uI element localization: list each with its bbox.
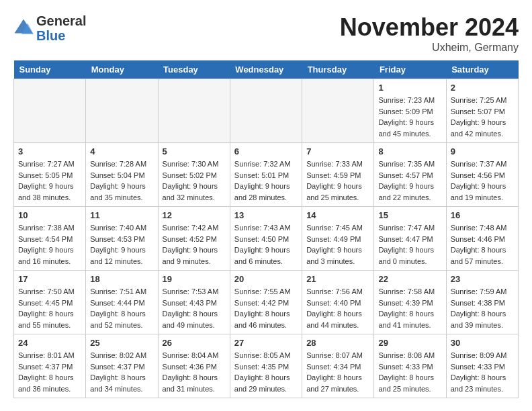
day-info: Sunrise: 7:35 AMSunset: 4:57 PMDaylight:… — [378, 158, 441, 203]
logo-icon — [13, 18, 34, 38]
week-row-3: 10Sunrise: 7:38 AMSunset: 4:54 PMDayligh… — [14, 207, 519, 271]
calendar-cell: 25Sunrise: 8:02 AMSunset: 4:37 PMDayligh… — [86, 334, 158, 398]
calendar-cell: 12Sunrise: 7:42 AMSunset: 4:52 PMDayligh… — [158, 207, 230, 271]
day-info: Sunrise: 8:01 AMSunset: 4:37 PMDaylight:… — [18, 350, 81, 394]
day-info: Sunrise: 7:50 AMSunset: 4:45 PMDaylight:… — [18, 286, 81, 330]
calendar-cell: 23Sunrise: 7:59 AMSunset: 4:38 PMDayligh… — [446, 271, 518, 334]
day-number: 30 — [451, 338, 514, 348]
weekday-wednesday: Wednesday — [230, 60, 302, 79]
calendar-cell: 26Sunrise: 8:04 AMSunset: 4:36 PMDayligh… — [158, 334, 230, 398]
weekday-saturday: Saturday — [446, 60, 518, 79]
day-info: Sunrise: 7:47 AMSunset: 4:47 PMDaylight:… — [378, 222, 441, 267]
day-info: Sunrise: 7:27 AMSunset: 5:05 PMDaylight:… — [18, 158, 81, 203]
week-row-1: 1Sunrise: 7:23 AMSunset: 5:09 PMDaylight… — [14, 79, 519, 143]
day-info: Sunrise: 7:40 AMSunset: 4:53 PMDaylight:… — [90, 222, 153, 267]
day-info: Sunrise: 7:58 AMSunset: 4:39 PMDaylight:… — [378, 286, 441, 330]
day-info: Sunrise: 7:42 AMSunset: 4:52 PMDaylight:… — [163, 222, 226, 267]
calendar-cell: 17Sunrise: 7:50 AMSunset: 4:45 PMDayligh… — [14, 271, 86, 334]
day-number: 29 — [378, 338, 441, 348]
page-header: General Blue November 2024 Uxheim, Germa… — [13, 13, 519, 54]
day-number: 12 — [163, 210, 226, 220]
calendar-cell: 16Sunrise: 7:48 AMSunset: 4:46 PMDayligh… — [446, 207, 518, 271]
day-info: Sunrise: 8:09 AMSunset: 4:33 PMDaylight:… — [451, 350, 514, 394]
calendar-cell — [86, 79, 158, 143]
calendar-cell: 2Sunrise: 7:25 AMSunset: 5:07 PMDaylight… — [446, 79, 518, 143]
day-number: 28 — [306, 338, 369, 348]
day-info: Sunrise: 8:07 AMSunset: 4:34 PMDaylight:… — [306, 350, 369, 394]
day-number: 26 — [163, 338, 226, 348]
calendar-cell: 13Sunrise: 7:43 AMSunset: 4:50 PMDayligh… — [230, 207, 302, 271]
calendar-body: 1Sunrise: 7:23 AMSunset: 5:09 PMDaylight… — [14, 79, 519, 398]
calendar-cell: 9Sunrise: 7:37 AMSunset: 4:56 PMDaylight… — [446, 143, 518, 207]
week-row-5: 24Sunrise: 8:01 AMSunset: 4:37 PMDayligh… — [14, 334, 519, 398]
day-number: 10 — [18, 210, 81, 220]
day-number: 21 — [306, 274, 369, 284]
day-number: 1 — [378, 83, 441, 93]
day-number: 2 — [451, 83, 514, 93]
logo-blue: Blue — [36, 28, 86, 43]
calendar-cell: 27Sunrise: 8:05 AMSunset: 4:35 PMDayligh… — [230, 334, 302, 398]
calendar-cell: 8Sunrise: 7:35 AMSunset: 4:57 PMDaylight… — [374, 143, 446, 207]
day-number: 9 — [451, 146, 514, 156]
calendar-cell: 7Sunrise: 7:33 AMSunset: 4:59 PMDaylight… — [302, 143, 374, 207]
day-info: Sunrise: 7:37 AMSunset: 4:56 PMDaylight:… — [451, 158, 514, 203]
day-info: Sunrise: 7:53 AMSunset: 4:43 PMDaylight:… — [163, 286, 226, 330]
weekday-tuesday: Tuesday — [158, 60, 230, 79]
day-number: 5 — [163, 146, 226, 156]
calendar-cell: 30Sunrise: 8:09 AMSunset: 4:33 PMDayligh… — [446, 334, 518, 398]
calendar-cell: 18Sunrise: 7:51 AMSunset: 4:44 PMDayligh… — [86, 271, 158, 334]
day-number: 3 — [18, 146, 81, 156]
day-number: 27 — [234, 338, 298, 348]
calendar-cell: 1Sunrise: 7:23 AMSunset: 5:09 PMDaylight… — [374, 79, 446, 143]
calendar-cell: 29Sunrise: 8:08 AMSunset: 4:33 PMDayligh… — [374, 334, 446, 398]
calendar-cell: 14Sunrise: 7:45 AMSunset: 4:49 PMDayligh… — [302, 207, 374, 271]
day-info: Sunrise: 7:28 AMSunset: 5:04 PMDaylight:… — [90, 158, 153, 203]
week-row-4: 17Sunrise: 7:50 AMSunset: 4:45 PMDayligh… — [14, 271, 519, 334]
month-title: November 2024 — [340, 13, 519, 42]
day-number: 23 — [451, 274, 514, 284]
day-info: Sunrise: 7:45 AMSunset: 4:49 PMDaylight:… — [306, 222, 369, 267]
calendar-cell: 22Sunrise: 7:58 AMSunset: 4:39 PMDayligh… — [374, 271, 446, 334]
day-info: Sunrise: 7:30 AMSunset: 5:02 PMDaylight:… — [163, 158, 226, 203]
weekday-header-row: SundayMondayTuesdayWednesdayThursdayFrid… — [14, 60, 519, 79]
day-number: 11 — [90, 210, 153, 220]
day-number: 6 — [234, 146, 298, 156]
day-number: 24 — [18, 338, 81, 348]
day-number: 17 — [18, 274, 81, 284]
calendar-cell: 21Sunrise: 7:56 AMSunset: 4:40 PMDayligh… — [302, 271, 374, 334]
day-number: 16 — [451, 210, 514, 220]
day-info: Sunrise: 7:55 AMSunset: 4:42 PMDaylight:… — [234, 286, 298, 330]
day-number: 20 — [234, 274, 298, 284]
calendar-cell — [158, 79, 230, 143]
calendar-cell: 24Sunrise: 8:01 AMSunset: 4:37 PMDayligh… — [14, 334, 86, 398]
calendar-cell: 28Sunrise: 8:07 AMSunset: 4:34 PMDayligh… — [302, 334, 374, 398]
day-number: 8 — [378, 146, 441, 156]
calendar-cell — [230, 79, 302, 143]
day-number: 25 — [90, 338, 153, 348]
day-info: Sunrise: 7:51 AMSunset: 4:44 PMDaylight:… — [90, 286, 153, 330]
calendar-cell: 20Sunrise: 7:55 AMSunset: 4:42 PMDayligh… — [230, 271, 302, 334]
day-number: 18 — [90, 274, 153, 284]
calendar-cell: 5Sunrise: 7:30 AMSunset: 5:02 PMDaylight… — [158, 143, 230, 207]
day-info: Sunrise: 8:05 AMSunset: 4:35 PMDaylight:… — [234, 350, 298, 394]
calendar-cell: 15Sunrise: 7:47 AMSunset: 4:47 PMDayligh… — [374, 207, 446, 271]
calendar-cell: 10Sunrise: 7:38 AMSunset: 4:54 PMDayligh… — [14, 207, 86, 271]
day-info: Sunrise: 8:04 AMSunset: 4:36 PMDaylight:… — [163, 350, 226, 394]
logo: General Blue — [13, 13, 86, 43]
calendar-table: SundayMondayTuesdayWednesdayThursdayFrid… — [13, 60, 519, 398]
day-number: 22 — [378, 274, 441, 284]
title-block: November 2024 Uxheim, Germany — [340, 13, 519, 54]
logo-general: General — [36, 13, 86, 28]
calendar-cell: 4Sunrise: 7:28 AMSunset: 5:04 PMDaylight… — [86, 143, 158, 207]
day-info: Sunrise: 8:02 AMSunset: 4:37 PMDaylight:… — [90, 350, 153, 394]
day-number: 7 — [306, 146, 369, 156]
weekday-thursday: Thursday — [302, 60, 374, 79]
day-info: Sunrise: 7:48 AMSunset: 4:46 PMDaylight:… — [451, 222, 514, 267]
day-info: Sunrise: 7:25 AMSunset: 5:07 PMDaylight:… — [451, 95, 514, 139]
day-info: Sunrise: 7:23 AMSunset: 5:09 PMDaylight:… — [378, 95, 441, 139]
calendar-cell: 6Sunrise: 7:32 AMSunset: 5:01 PMDaylight… — [230, 143, 302, 207]
calendar-cell — [14, 79, 86, 143]
day-info: Sunrise: 8:08 AMSunset: 4:33 PMDaylight:… — [378, 350, 441, 394]
calendar-cell — [302, 79, 374, 143]
day-info: Sunrise: 7:56 AMSunset: 4:40 PMDaylight:… — [306, 286, 369, 330]
